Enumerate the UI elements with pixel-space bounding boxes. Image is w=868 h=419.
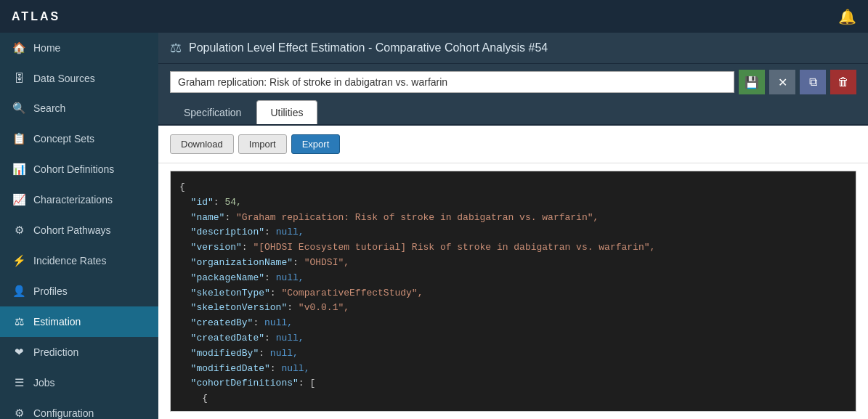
content-header: ⚖ Population Level Effect Estimation - C… bbox=[158, 33, 868, 64]
inner-content: Download Import Export { "id": 54, "name… bbox=[158, 126, 868, 419]
json-line: "skeletonType": "ComparativeEffectStudy"… bbox=[179, 286, 847, 301]
sidebar-item-home[interactable]: 🏠 Home bbox=[0, 33, 158, 63]
sidebar-label-prediction: Prediction bbox=[33, 346, 78, 358]
sidebar-item-search[interactable]: 🔍 Search bbox=[0, 93, 158, 123]
sidebar-item-estimation[interactable]: ⚖ Estimation bbox=[0, 306, 158, 337]
json-editor[interactable]: { "id": 54, "name": "Graham replication:… bbox=[170, 171, 856, 412]
sidebar-item-prediction[interactable]: ❤ Prediction bbox=[0, 337, 158, 367]
json-line: "id": 54, bbox=[179, 195, 847, 211]
cancel-button[interactable]: ✕ bbox=[769, 70, 795, 94]
sidebar: 🏠 Home 🗄 Data Sources 🔍 Search 📋 Concept… bbox=[0, 33, 158, 419]
data-sources-icon: 🗄 bbox=[12, 72, 26, 84]
json-line: "createdBy": null, bbox=[179, 316, 847, 331]
sidebar-label-cohort-pathways: Cohort Pathways bbox=[33, 224, 111, 236]
sidebar-item-concept-sets[interactable]: 📋 Concept Sets bbox=[0, 123, 158, 154]
prediction-icon: ❤ bbox=[12, 346, 26, 359]
import-button[interactable]: Import bbox=[238, 134, 287, 154]
profiles-icon: 👤 bbox=[12, 285, 26, 298]
sidebar-label-jobs: Jobs bbox=[33, 377, 55, 389]
json-line: "cohortDefinitions": [ bbox=[179, 376, 847, 391]
export-button[interactable]: Export bbox=[291, 134, 341, 154]
json-line: "name": "Graham replication: Risk of str… bbox=[179, 211, 847, 226]
content-area: ⚖ Population Level Effect Estimation - C… bbox=[158, 33, 868, 419]
sidebar-label-characterizations: Characterizations bbox=[33, 194, 113, 206]
sidebar-label-incidence-rates: Incidence Rates bbox=[33, 255, 106, 267]
sidebar-label-cohort-definitions: Cohort Definitions bbox=[33, 163, 114, 175]
sidebar-item-characterizations[interactable]: 📈 Characterizations bbox=[0, 184, 158, 215]
sidebar-label-search: Search bbox=[33, 102, 65, 114]
sidebar-item-jobs[interactable]: ☰ Jobs bbox=[0, 367, 158, 398]
sidebar-label-data-sources: Data Sources bbox=[33, 73, 95, 84]
name-row: 💾 ✕ ⧉ 🗑 bbox=[158, 64, 868, 100]
tabs-bar: SpecificationUtilities bbox=[158, 100, 868, 126]
sidebar-label-home: Home bbox=[33, 42, 60, 54]
tab-utilities[interactable]: Utilities bbox=[256, 100, 317, 124]
jobs-icon: ☰ bbox=[12, 376, 26, 389]
json-line: "packageName": null, bbox=[179, 271, 847, 286]
sidebar-label-configuration: Configuration bbox=[33, 407, 94, 419]
configuration-icon: ⚙ bbox=[12, 407, 26, 419]
json-line: { bbox=[179, 180, 847, 195]
tab-specification[interactable]: Specification bbox=[170, 100, 255, 124]
download-button[interactable]: Download bbox=[170, 134, 234, 154]
estimation-icon: ⚖ bbox=[12, 315, 26, 328]
sidebar-label-concept-sets: Concept Sets bbox=[33, 133, 94, 145]
save-button[interactable]: 💾 bbox=[739, 70, 765, 94]
name-input[interactable] bbox=[170, 71, 734, 93]
sidebar-label-profiles: Profiles bbox=[33, 285, 68, 297]
sidebar-item-data-sources[interactable]: 🗄 Data Sources bbox=[0, 63, 158, 93]
json-line: "createdDate": null, bbox=[179, 331, 847, 346]
cohort-definitions-icon: 📊 bbox=[12, 163, 26, 176]
sidebar-item-incidence-rates[interactable]: ⚡ Incidence Rates bbox=[0, 245, 158, 276]
sidebar-item-configuration[interactable]: ⚙ Configuration bbox=[0, 398, 158, 419]
json-line: "modifiedBy": null, bbox=[179, 346, 847, 362]
incidence-rates-icon: ⚡ bbox=[12, 254, 26, 267]
sidebar-item-cohort-pathways[interactable]: ⚙ Cohort Pathways bbox=[0, 215, 158, 245]
characterizations-icon: 📈 bbox=[12, 193, 26, 206]
json-line: "modifiedDate": null, bbox=[179, 362, 847, 377]
json-line: { bbox=[179, 391, 847, 407]
page-title: Population Level Effect Estimation - Com… bbox=[189, 41, 548, 54]
json-line: "description": null, bbox=[179, 225, 847, 240]
home-icon: 🏠 bbox=[12, 41, 26, 54]
sidebar-item-profiles[interactable]: 👤 Profiles bbox=[0, 276, 158, 306]
json-line: "organizationName": "OHDSI", bbox=[179, 256, 847, 271]
sidebar-item-cohort-definitions[interactable]: 📊 Cohort Definitions bbox=[0, 154, 158, 184]
main-layout: 🏠 Home 🗄 Data Sources 🔍 Search 📋 Concept… bbox=[0, 33, 868, 419]
app-title: ATLAS bbox=[12, 10, 60, 23]
json-line: "skeletonVersion": "v0.0.1", bbox=[179, 301, 847, 316]
concept-sets-icon: 📋 bbox=[12, 132, 26, 145]
delete-button[interactable]: 🗑 bbox=[830, 70, 856, 94]
estimation-header-icon: ⚖ bbox=[170, 40, 182, 56]
bell-icon[interactable]: 🔔 bbox=[838, 8, 856, 25]
copy-button[interactable]: ⧉ bbox=[800, 70, 826, 94]
topbar: ATLAS 🔔 bbox=[0, 0, 868, 33]
utilities-toolbar: Download Import Export bbox=[158, 126, 868, 163]
cohort-pathways-icon: ⚙ bbox=[12, 224, 26, 237]
json-line: "version": "[OHDSI Ecosystem tutorial] R… bbox=[179, 240, 847, 256]
sidebar-label-estimation: Estimation bbox=[33, 316, 81, 328]
search-icon: 🔍 bbox=[12, 102, 26, 115]
